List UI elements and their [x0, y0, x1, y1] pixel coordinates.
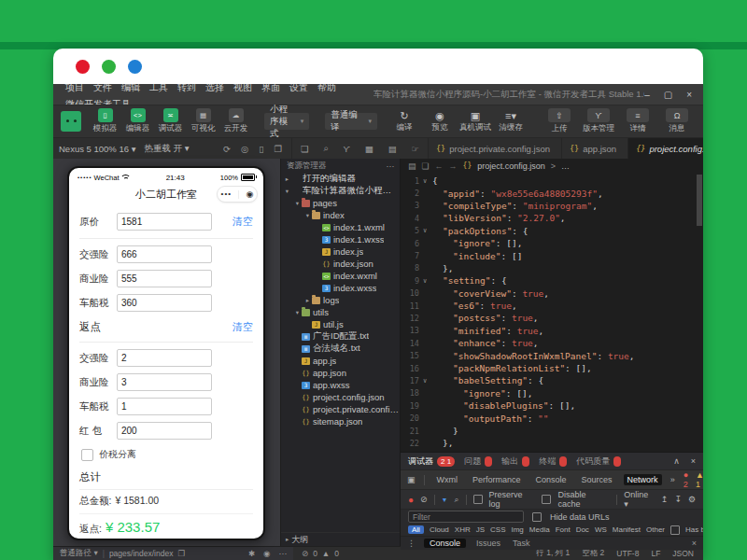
more-menu-icon[interactable]: ••• [221, 190, 232, 198]
devtools-tab[interactable]: Performance [469, 474, 525, 485]
mode-select[interactable]: 小程序模式 ▾ [264, 113, 309, 130]
tree-item[interactable]: ▸ 打开的编辑器 [281, 173, 400, 185]
close-panel-icon[interactable]: × [691, 456, 696, 466]
tree-arrow-icon[interactable]: ▾ [283, 188, 291, 195]
code-line[interactable]: 19 "disablePlugins": [], [401, 399, 703, 412]
tree-item[interactable]: app.wxss [281, 379, 400, 391]
fold-icon[interactable]: ∨ [419, 227, 430, 234]
sidebar-tool-icon[interactable]: ❏ [301, 144, 309, 154]
code-line[interactable]: 9 ∨ "setting": { [401, 274, 703, 287]
code-line[interactable]: 21 } [401, 425, 703, 437]
type-filter[interactable]: WS [595, 525, 607, 534]
menu-item[interactable]: 编辑 [117, 84, 145, 92]
mode-button[interactable]: ☁ 云开发 [221, 108, 250, 134]
menu-item[interactable]: 项目 [61, 84, 89, 92]
tree-item[interactable]: ▾ 车险计算器微信小程序源码 [281, 185, 400, 197]
breadcrumb-more[interactable]: … [561, 161, 570, 171]
editor-tab[interactable]: app.json [562, 138, 628, 159]
device-select[interactable]: Nexus 5 100% 16 ▾ [59, 144, 135, 154]
back-icon[interactable]: ← [435, 161, 444, 171]
green-dot[interactable] [102, 60, 116, 74]
code-line[interactable]: 22 }, [401, 437, 703, 449]
right-action-button[interactable]: Ω 消息 [658, 108, 696, 134]
inspect-icon[interactable]: ▣ [407, 475, 416, 484]
mode-button[interactable]: <> 编辑器 [123, 108, 152, 134]
encoding[interactable]: UTF-8 [616, 549, 639, 558]
type-filter[interactable]: CSS [490, 525, 505, 534]
action-button[interactable]: ↻ 编译 [388, 110, 421, 133]
editor-scrollbar[interactable] [697, 173, 702, 452]
devtools-tab[interactable]: Console [532, 474, 571, 485]
tax-split-checkbox[interactable] [81, 449, 93, 461]
code-line[interactable]: 3 "compileType": "miniprogram", [401, 200, 703, 212]
menu-item[interactable]: 界面 [257, 84, 285, 92]
action-button[interactable]: ◉ 预览 [423, 110, 457, 133]
hot-reload-toggle[interactable]: 热重载 开 ▾ [144, 143, 189, 155]
code-line[interactable]: 13 "minified": true, [401, 325, 703, 337]
debugger-tab[interactable]: 输出 [501, 455, 529, 468]
tree-item[interactable]: ▾ index [281, 209, 400, 221]
fee-input[interactable]: 555 [117, 270, 212, 287]
tree-item[interactable]: ▸ logs [281, 294, 400, 306]
bookmark-icon[interactable]: ❏ [422, 161, 430, 171]
more-icon[interactable]: ⋯ [279, 549, 288, 558]
price-input[interactable]: 1581 [117, 213, 212, 231]
sidebar-tool-icon[interactable]: ☞ [411, 144, 419, 154]
tree-item[interactable]: ▾ pages [281, 197, 400, 209]
clear-link[interactable]: 清空 [233, 215, 253, 229]
sim-control-icon[interactable]: ❐ [274, 144, 282, 154]
rebate-input[interactable]: 2 [117, 349, 212, 367]
code-line[interactable]: 15 "showShadowRootInWxmlPanel": true, [401, 349, 703, 361]
drawer-close-icon[interactable]: × [692, 539, 697, 548]
disable-cache-checkbox[interactable] [542, 495, 551, 504]
right-action-button[interactable]: ≡ 详情 [619, 108, 656, 134]
clear-icon[interactable]: ⊘ [420, 495, 428, 504]
type-filter[interactable]: Cloud [430, 525, 449, 534]
rebate-input[interactable]: 1 [117, 398, 212, 415]
problems-summary[interactable]: ⊘ 0 ▲ 0 [293, 547, 347, 560]
tab-overflow-icon[interactable]: » [670, 475, 675, 484]
mode-button[interactable]: ≍ 调试器 [156, 108, 185, 134]
network-settings-icon[interactable]: ⚙ [688, 495, 696, 504]
type-filter[interactable]: Img [511, 525, 523, 534]
action-button[interactable]: ≡▾ 清缓存 [494, 110, 528, 133]
type-filter[interactable]: Other [646, 525, 665, 534]
code-line[interactable]: 6 "ignore": [], [401, 237, 703, 249]
code-line[interactable]: 16 "packNpmRelationList": [], [401, 362, 703, 374]
action-button[interactable]: ▣ 真机调试 [458, 110, 492, 133]
filter-input[interactable]: Filter [408, 511, 524, 523]
preserve-log-checkbox[interactable] [473, 495, 483, 504]
page-path[interactable]: pages/index/index [109, 549, 174, 558]
tree-item[interactable]: index.wxss [281, 282, 400, 294]
debugger-tab[interactable]: 终端 [539, 455, 567, 468]
blocked-cookies-checkbox[interactable] [670, 525, 680, 535]
code-line[interactable]: 8 }, [401, 262, 703, 274]
menu-item[interactable]: 工具 [145, 84, 173, 92]
devtools-tab[interactable]: Wxml [433, 474, 462, 485]
tree-item[interactable]: app.js [281, 355, 400, 367]
explorer-more-icon[interactable]: ⋯ [387, 161, 395, 171]
tree-item[interactable]: 合法域名.txt [281, 343, 400, 355]
tree-item[interactable]: ▾ utils [281, 306, 400, 318]
fold-icon[interactable]: ∨ [419, 177, 430, 185]
language-mode[interactable]: JSON [672, 549, 694, 558]
mode-button[interactable]: ▦ 可视化 [189, 108, 218, 134]
console-error-count[interactable]: ● 2 [684, 470, 688, 489]
drawer-kebab-icon[interactable]: ⋮ [407, 539, 416, 548]
sidebar-tool-icon[interactable]: ▦ [365, 144, 374, 154]
blue-dot[interactable] [128, 60, 142, 74]
type-filter[interactable]: All [408, 525, 424, 534]
code-line[interactable]: 20 "outputPath": "" [401, 412, 703, 424]
menu-item[interactable]: 帮助 [313, 84, 341, 92]
phone-simulator[interactable]: ••••• WeChat 21:43 100% 小二胡工作室 [67, 166, 265, 540]
code-line[interactable]: 4 "libVersion": "2.27.0", [401, 212, 703, 224]
hide-data-urls-checkbox[interactable] [532, 512, 542, 522]
tree-item[interactable]: index.wxml [281, 270, 400, 282]
maximize-icon[interactable]: ▢ [664, 90, 672, 100]
devtools-tab[interactable]: Network [624, 474, 662, 485]
tree-item[interactable]: index.1.wxss [281, 233, 400, 245]
tree-arrow-icon[interactable]: ▸ [283, 175, 291, 183]
code-line[interactable]: 12 "postcss": true, [401, 312, 703, 324]
tree-item[interactable]: util.js [281, 318, 400, 330]
mode-button[interactable]: ▯ 模拟器 [91, 108, 120, 134]
